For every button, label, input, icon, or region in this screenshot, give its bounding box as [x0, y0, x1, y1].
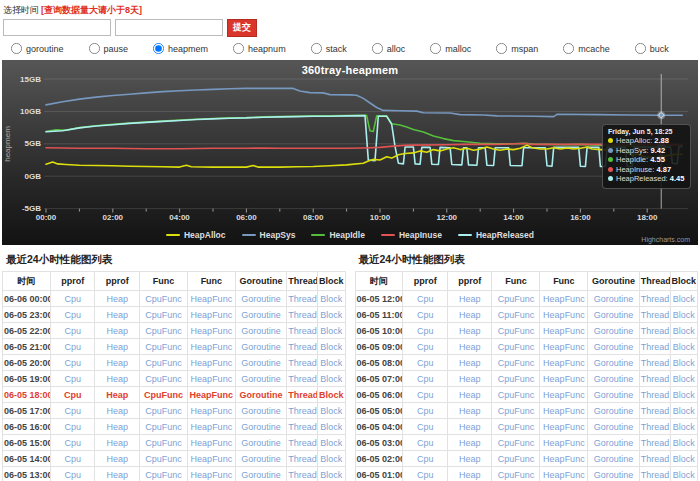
cpufunc-link[interactable]: CpuFunc — [498, 294, 535, 304]
radio-option-pause[interactable]: pause — [88, 42, 129, 55]
heapfunc-link[interactable]: HeapFunc — [543, 422, 585, 432]
heapfunc-link[interactable]: HeapFunc — [191, 358, 233, 368]
cpufunc-link[interactable]: CpuFunc — [145, 310, 182, 320]
block-link[interactable]: Block — [673, 390, 695, 400]
thread-link[interactable]: Thread — [641, 438, 670, 448]
thread-link[interactable]: Thread — [288, 390, 317, 400]
heap-link[interactable]: Heap — [106, 326, 128, 336]
cpufunc-link[interactable]: CpuFunc — [145, 342, 182, 352]
thread-link[interactable]: Thread — [288, 438, 317, 448]
heap-link[interactable]: Heap — [459, 454, 481, 464]
cpu-link[interactable]: Cpu — [64, 358, 81, 368]
cpu-link[interactable]: Cpu — [417, 422, 434, 432]
thread-link[interactable]: Thread — [288, 454, 317, 464]
radio-input-heapmem[interactable] — [153, 43, 164, 54]
radio-input-pause[interactable] — [89, 43, 100, 54]
radio-option-goroutine[interactable]: goroutine — [10, 42, 64, 55]
cpufunc-link[interactable]: CpuFunc — [145, 438, 182, 448]
radio-input-buck[interactable] — [635, 43, 646, 54]
radio-input-stack[interactable] — [311, 43, 322, 54]
radio-option-alloc[interactable]: alloc — [371, 42, 406, 55]
heapfunc-link[interactable]: HeapFunc — [191, 294, 233, 304]
legend-item-heapalloc[interactable]: HeapAlloc — [166, 230, 226, 240]
cpufunc-link[interactable]: CpuFunc — [145, 406, 182, 416]
goroutine-link[interactable]: Goroutine — [241, 310, 281, 320]
heap-link[interactable]: Heap — [459, 342, 481, 352]
heap-link[interactable]: Heap — [106, 310, 128, 320]
cpufunc-link[interactable]: CpuFunc — [145, 358, 182, 368]
cpu-link[interactable]: Cpu — [64, 374, 81, 384]
goroutine-link[interactable]: Goroutine — [241, 294, 281, 304]
radio-input-malloc[interactable] — [430, 43, 441, 54]
cpu-link[interactable]: Cpu — [417, 454, 434, 464]
block-link[interactable]: Block — [320, 454, 342, 464]
goroutine-link[interactable]: Goroutine — [241, 326, 281, 336]
heapfunc-link[interactable]: HeapFunc — [543, 438, 585, 448]
block-link[interactable]: Block — [319, 390, 344, 400]
heapfunc-link[interactable]: HeapFunc — [191, 326, 233, 336]
radio-option-stack[interactable]: stack — [310, 42, 347, 55]
heapfunc-link[interactable]: HeapFunc — [191, 438, 233, 448]
heap-link[interactable]: Heap — [459, 326, 481, 336]
radio-option-buck[interactable]: buck — [634, 42, 669, 55]
goroutine-link[interactable]: Goroutine — [241, 406, 281, 416]
cpu-link[interactable]: Cpu — [417, 374, 434, 384]
radio-option-heapnum[interactable]: heapnum — [232, 42, 286, 55]
cpu-link[interactable]: Cpu — [417, 358, 434, 368]
submit-button[interactable]: 提交 — [227, 19, 257, 37]
end-time-input[interactable] — [115, 19, 223, 36]
block-link[interactable]: Block — [673, 438, 695, 448]
goroutine-link[interactable]: Goroutine — [241, 438, 281, 448]
block-link[interactable]: Block — [673, 470, 695, 480]
block-link[interactable]: Block — [673, 406, 695, 416]
heap-link[interactable]: Heap — [459, 390, 481, 400]
cpu-link[interactable]: Cpu — [417, 470, 434, 480]
cpu-link[interactable]: Cpu — [64, 422, 81, 432]
block-link[interactable]: Block — [673, 422, 695, 432]
heapmem-chart[interactable]: 360tray-heapmem 15GB10GB5GB0GB-5GBheapme… — [2, 60, 698, 245]
goroutine-link[interactable]: Goroutine — [241, 422, 281, 432]
cpu-link[interactable]: Cpu — [417, 294, 434, 304]
cpufunc-link[interactable]: CpuFunc — [498, 454, 535, 464]
radio-option-mcache[interactable]: mcache — [562, 42, 610, 55]
thread-link[interactable]: Thread — [288, 374, 317, 384]
heap-link[interactable]: Heap — [106, 374, 128, 384]
goroutine-link[interactable]: Goroutine — [241, 342, 281, 352]
radio-input-goroutine[interactable] — [11, 43, 22, 54]
thread-link[interactable]: Thread — [641, 470, 670, 480]
goroutine-link[interactable]: Goroutine — [241, 374, 281, 384]
heapfunc-link[interactable]: HeapFunc — [543, 470, 585, 480]
thread-link[interactable]: Thread — [641, 358, 670, 368]
goroutine-link[interactable]: Goroutine — [594, 294, 634, 304]
legend-item-heapinuse[interactable]: HeapInuse — [381, 230, 442, 240]
heap-link[interactable]: Heap — [459, 358, 481, 368]
thread-link[interactable]: Thread — [288, 422, 317, 432]
block-link[interactable]: Block — [320, 470, 342, 480]
thread-link[interactable]: Thread — [641, 310, 670, 320]
legend-item-heapsys[interactable]: HeapSys — [242, 230, 296, 240]
block-link[interactable]: Block — [320, 406, 342, 416]
thread-link[interactable]: Thread — [288, 326, 317, 336]
heap-link[interactable]: Heap — [459, 310, 481, 320]
cpufunc-link[interactable]: CpuFunc — [144, 390, 183, 400]
heapfunc-link[interactable]: HeapFunc — [191, 422, 233, 432]
heap-link[interactable]: Heap — [106, 342, 128, 352]
cpufunc-link[interactable]: CpuFunc — [498, 438, 535, 448]
heap-link[interactable]: Heap — [459, 406, 481, 416]
cpu-link[interactable]: Cpu — [417, 326, 434, 336]
cpu-link[interactable]: Cpu — [64, 310, 81, 320]
block-link[interactable]: Block — [673, 326, 695, 336]
goroutine-link[interactable]: Goroutine — [240, 390, 283, 400]
cpufunc-link[interactable]: CpuFunc — [145, 294, 182, 304]
heapfunc-link[interactable]: HeapFunc — [543, 358, 585, 368]
heapfunc-link[interactable]: HeapFunc — [191, 470, 233, 480]
radio-input-mspan[interactable] — [496, 43, 507, 54]
heapfunc-link[interactable]: HeapFunc — [543, 390, 585, 400]
cpufunc-link[interactable]: CpuFunc — [145, 470, 182, 480]
cpu-link[interactable]: Cpu — [64, 294, 81, 304]
heap-link[interactable]: Heap — [106, 454, 128, 464]
heap-link[interactable]: Heap — [106, 470, 128, 480]
thread-link[interactable]: Thread — [641, 294, 670, 304]
heapfunc-link[interactable]: HeapFunc — [543, 294, 585, 304]
cpufunc-link[interactable]: CpuFunc — [498, 422, 535, 432]
